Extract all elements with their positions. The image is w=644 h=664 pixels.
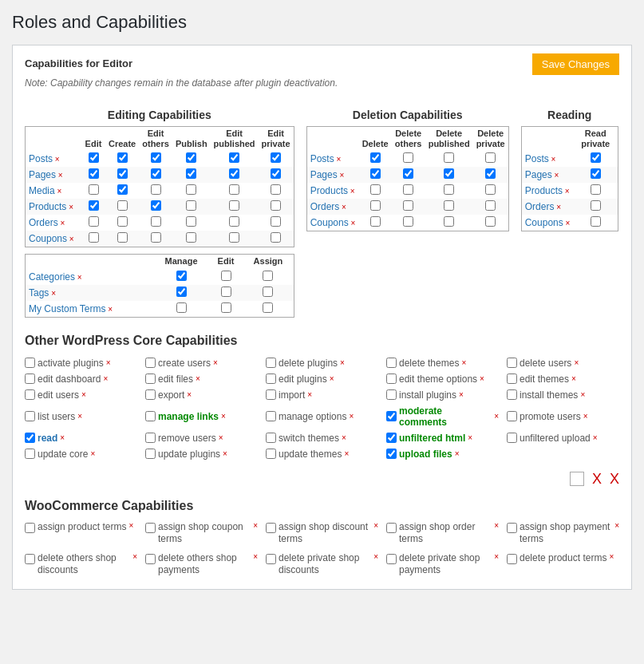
woo-cap-item: delete product terms × <box>507 552 619 577</box>
other-cap-item: upload files × <box>386 449 499 460</box>
woo-cap-item: delete others shop discounts × <box>25 552 137 577</box>
editing-row: Posts × <box>26 151 294 167</box>
editing-row: Products × <box>26 199 294 215</box>
editing-title: Editing Capabilities <box>25 109 294 121</box>
other-cap-item: install themes × <box>507 389 619 401</box>
save-changes-button[interactable]: Save Changes <box>532 53 619 75</box>
other-cap-item: delete users × <box>507 358 619 369</box>
other-cap-item: create users × <box>145 358 258 369</box>
other-cap-item: read × <box>25 433 137 444</box>
other-cap-item: edit themes × <box>507 374 619 385</box>
woo-cap-item: delete private shop discounts × <box>266 552 378 577</box>
taxonomy-row: My Custom Terms × <box>26 301 294 317</box>
woo-cap-item: assign shop coupon terms × <box>145 521 258 546</box>
other-cap-item: switch themes × <box>266 433 378 444</box>
editing-row: Coupons × <box>26 231 294 247</box>
woo-cap-item: assign product terms × <box>25 521 137 546</box>
reading-title: Reading <box>521 109 618 121</box>
other-cap-item: update themes × <box>266 449 378 460</box>
deletion-row: Coupons × <box>307 215 508 231</box>
page-title: Roles and Capabilities <box>12 12 632 33</box>
other-cap-item: unfiltered html × <box>386 433 499 444</box>
editing-row: Orders × <box>26 215 294 231</box>
editing-row: Media × <box>26 183 294 199</box>
other-cap-item: delete themes × <box>386 358 499 369</box>
reading-row: Pages × <box>522 167 618 183</box>
cap-box-heading: Capabilities for Editor <box>25 57 619 69</box>
remove-all-x1[interactable]: X <box>592 471 602 488</box>
editing-row: Pages × <box>26 167 294 183</box>
other-cap-item: update plugins × <box>145 449 258 460</box>
other-cap-item: edit users × <box>25 389 137 401</box>
other-cap-item: unfiltered upload × <box>507 433 619 444</box>
editing-table: Edit Create Edit others Publish Edit pub… <box>26 127 294 247</box>
woo-cap-item: assign shop order terms × <box>386 521 499 546</box>
woo-cap-item: assign shop payment terms × <box>507 521 619 546</box>
other-cap-item: update core × <box>25 449 137 460</box>
other-cap-item: manage links × <box>145 405 258 428</box>
deletion-table: Delete Delete others Delete published De… <box>307 127 508 231</box>
other-cap-item: activate plugins × <box>25 358 137 369</box>
other-cap-item: manage options × <box>266 405 378 428</box>
deletion-row: Posts × <box>307 151 508 167</box>
taxonomy-table: Manage Edit Assign Categories ×Tags ×My … <box>26 255 294 316</box>
reading-row: Posts × <box>522 151 618 167</box>
other-cap-item: export × <box>145 389 258 401</box>
deletion-row: Pages × <box>307 167 508 183</box>
remove-all-x2[interactable]: X <box>610 471 619 488</box>
other-cap-item: edit theme options × <box>386 374 499 385</box>
other-cap-item: list users × <box>25 405 137 428</box>
other-cap-item: edit dashboard × <box>25 374 137 385</box>
other-cap-item: delete plugins × <box>266 358 378 369</box>
other-cap-item: remove users × <box>145 433 258 444</box>
woo-cap-item: delete others shop payments × <box>145 552 258 577</box>
other-caps-title: Other WordPress Core Capabilities <box>25 334 619 348</box>
deletion-row: Products × <box>307 183 508 199</box>
taxonomy-row: Tags × <box>26 285 294 301</box>
other-cap-item: install plugins × <box>386 389 499 401</box>
deletion-row: Orders × <box>307 199 508 215</box>
deletion-title: Deletion Capabilities <box>306 109 509 121</box>
reading-table: Read private Posts ×Pages ×Products ×Ord… <box>522 127 618 231</box>
other-cap-item: edit plugins × <box>266 374 378 385</box>
empty-checkbox <box>570 472 584 486</box>
other-cap-item: edit files × <box>145 374 258 385</box>
other-cap-item: moderate comments × <box>386 405 499 428</box>
reading-row: Coupons × <box>522 215 618 231</box>
woo-cap-item: assign shop discount terms × <box>266 521 378 546</box>
woo-caps-title: WooCommerce Capabilities <box>25 499 619 513</box>
taxonomy-row: Categories × <box>26 269 294 285</box>
reading-row: Products × <box>522 183 618 199</box>
woo-cap-item: delete private shop payments × <box>386 552 499 577</box>
cap-note: Note: Capability changes remain in the d… <box>25 77 619 89</box>
reading-row: Orders × <box>522 199 618 215</box>
other-cap-item: promote users × <box>507 405 619 428</box>
other-cap-item: import × <box>266 389 378 401</box>
